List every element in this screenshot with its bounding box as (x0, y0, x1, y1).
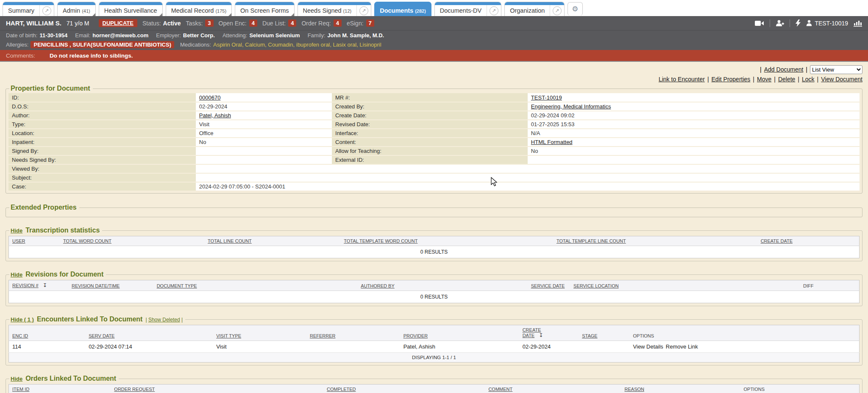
view-details-link[interactable]: View Details (633, 343, 663, 350)
col-total-line-count[interactable]: TOTAL LINE COUNT (208, 238, 252, 244)
col-provider[interactable]: PROVIDER (403, 333, 428, 338)
tab-admin[interactable]: Admin(41) (57, 2, 96, 16)
tab-label: Health Surveillance (104, 7, 157, 14)
col-item-id[interactable]: ITEM ID (12, 387, 29, 392)
col-serv-date[interactable]: SERV DATE (89, 333, 114, 338)
popout-documents-dv[interactable]: ↗ (487, 5, 501, 16)
tasks-count-badge[interactable]: 3 (205, 19, 213, 27)
add-person-button[interactable] (776, 20, 784, 27)
prop-label: Author: (8, 111, 196, 120)
bar-chart-icon (854, 19, 862, 27)
add-document-link[interactable]: Add Document (764, 66, 804, 73)
hide-transcription-link[interactable]: Hide (11, 227, 22, 234)
create-date-cell: 02-29-2024 (519, 341, 579, 353)
author-link[interactable]: Patel, Ashish (199, 112, 231, 119)
separator: | (798, 76, 799, 83)
col-visit-type[interactable]: VISIT TYPE (216, 333, 241, 338)
col-revision-datetime[interactable]: REVISION DATE/TIME (72, 283, 120, 288)
popout-arrow-icon: ↗ (490, 6, 498, 15)
sort-desc-icon[interactable]: ↧ (43, 282, 47, 288)
orders-table: ITEM ID ORDER REQUEST COMPLETED COMMENT … (8, 384, 860, 393)
col-service-location[interactable]: SERVICE LOCATION (573, 283, 619, 288)
link-to-encounter-link[interactable]: Link to Encounter (659, 76, 705, 83)
separator: | (145, 317, 147, 323)
allergies-badge[interactable]: PENICILLINS , SULFA(SULFONAMIDE ANTIBIOT… (31, 41, 174, 48)
prop-value (196, 147, 332, 155)
col-create-date[interactable]: CREATE DATE (761, 238, 793, 244)
remove-link-link[interactable]: Remove Link (666, 343, 698, 350)
tab-documents[interactable]: Documents(282) (374, 2, 431, 16)
duplicate-flag[interactable]: DUPLICATE (99, 19, 137, 27)
document-id-link[interactable]: 0000670 (199, 94, 221, 101)
prop-value: 02-29-2024 09:02 (528, 111, 860, 120)
tab-organization[interactable]: Organization ↗ (504, 2, 565, 16)
col-order-request[interactable]: ORDER REQUEST (114, 387, 155, 392)
edit-properties-link[interactable]: Edit Properties (712, 76, 751, 83)
move-link[interactable]: Move (757, 76, 771, 83)
prop-value (196, 164, 860, 173)
hide-orders-link[interactable]: Hide (11, 376, 22, 382)
esign-count-badge[interactable]: 7 (366, 19, 374, 27)
quick-actions-button[interactable] (796, 19, 801, 27)
prop-value: 02-29-2024 (196, 102, 332, 111)
sort-desc-icon[interactable]: ↧ (539, 332, 543, 338)
video-call-button[interactable] (755, 20, 764, 26)
col-enc-id[interactable]: ENC ID (12, 333, 28, 338)
mr-number-link[interactable]: TEST-10019 (531, 94, 562, 101)
col-service-date[interactable]: SERVICE DATE (531, 283, 565, 288)
orders-title: Orders Linked To Document (25, 375, 116, 382)
comments-banner: Comments: Do not release info to sibling… (0, 50, 868, 62)
prop-label: Inpatient: (8, 138, 196, 147)
col-reason[interactable]: REASON (625, 387, 644, 392)
popout-summary[interactable]: ↗ (39, 5, 54, 16)
tab-summary[interactable]: Summary ↗ (3, 2, 54, 16)
patient-chart-id[interactable]: TEST-10019 (806, 20, 848, 27)
delete-link[interactable]: Delete (778, 76, 795, 83)
view-document-link[interactable]: View Document (821, 76, 862, 83)
flowsheet-chart-button[interactable] (854, 19, 862, 27)
table-row: Author: Patel, Ashish Create Date: 02-29… (8, 111, 860, 120)
col-create-date[interactable]: CREATEDATE (523, 327, 541, 338)
order-req-count-badge[interactable]: 4 (334, 19, 342, 27)
revisions-section: Hide Revisions for Document REVISION #↧ … (6, 271, 862, 306)
revisions-table: REVISION #↧ REVISION DATE/TIME DOCUMENT … (8, 280, 860, 303)
col-completed[interactable]: COMPLETED (327, 387, 356, 392)
divider (790, 19, 790, 27)
table-row: Type: Visit Revised Date: 01-27-2025 15:… (8, 120, 860, 129)
tab-medical-record[interactable]: Medical Record(175) (166, 2, 232, 16)
hide-revisions-link[interactable]: Hide (11, 271, 22, 278)
settings-gear-button[interactable]: ⚙ (568, 2, 582, 16)
col-total-template-line-count[interactable]: TOTAL TEMPLATE LINE COUNT (556, 238, 626, 244)
col-comment[interactable]: COMMENT (488, 387, 512, 392)
col-user[interactable]: USER (12, 238, 25, 244)
created-by-link[interactable]: Engineering, Medical Informatics (531, 103, 611, 110)
medications-list[interactable]: Aspirin Oral, Calcium, Coumadin, ibuprof… (213, 42, 381, 48)
col-authored-by[interactable]: AUTHORED BY (361, 283, 394, 288)
col-document-type[interactable]: DOCUMENT TYPE (157, 283, 197, 288)
prop-value: 2024-02-29 07:05:00 - S2024-0001 (196, 182, 860, 191)
allergies-label: Allergies: (6, 42, 28, 48)
tab-documents-dv[interactable]: Documents-DV ↗ (434, 2, 501, 16)
show-deleted-link[interactable]: Show Deleted (148, 317, 180, 323)
col-total-word-count[interactable]: TOTAL WORD COUNT (63, 238, 111, 244)
tab-on-screen-forms[interactable]: On Screen Forms (235, 2, 294, 16)
popout-organization[interactable]: ↗ (550, 5, 564, 16)
chart-id-text: TEST-10019 (815, 20, 848, 27)
hide-encounters-link[interactable]: Hide ( 1 ) (11, 316, 34, 323)
col-referrer[interactable]: REFERRER (310, 333, 336, 338)
tab-needs-signed[interactable]: Needs Signed(12) ↗ (298, 2, 372, 16)
col-stage[interactable]: STAGE (582, 333, 597, 338)
family-value: John M. Sample, M.D. (328, 32, 384, 39)
lock-link[interactable]: Lock (802, 76, 815, 83)
prop-label: Created By: (332, 102, 528, 111)
content-format-link[interactable]: HTML Formatted (531, 139, 573, 145)
open-enc-count-badge[interactable]: 4 (249, 19, 257, 27)
tasks-label: Tasks: (186, 20, 203, 27)
col-revision-number[interactable]: REVISION # (12, 283, 39, 288)
view-mode-select[interactable]: List View (810, 65, 862, 74)
esign-label: eSign: (347, 20, 364, 27)
popout-needs-signed[interactable]: ↗ (356, 5, 371, 16)
col-total-template-word-count[interactable]: TOTAL TEMPLATE WORD COUNT (344, 238, 417, 244)
due-list-count-badge[interactable]: 4 (288, 19, 296, 27)
tab-health-surveillance[interactable]: Health Surveillance (99, 2, 163, 16)
